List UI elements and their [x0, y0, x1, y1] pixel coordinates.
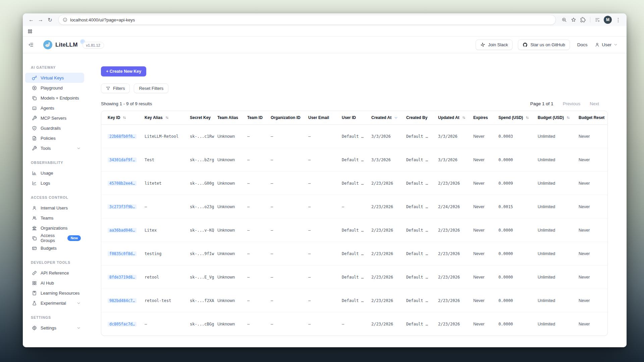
column-header[interactable]: Key ID	[108, 115, 145, 120]
sidebar-item[interactable]: MCP Servers	[25, 113, 84, 123]
table-row: aa36bad046… Litex sk-...v-KQ Unknown – –…	[101, 218, 607, 242]
user-menu[interactable]: User	[595, 42, 618, 47]
sort-icon[interactable]	[165, 116, 169, 120]
sidebar-item[interactable]: Policies	[25, 133, 84, 143]
reload-button[interactable]: ↻	[46, 15, 54, 24]
info-icon[interactable]	[63, 17, 67, 22]
key-id-link[interactable]: dc805fac7d…	[108, 322, 137, 326]
sidebar-item-label: Virtual Keys	[41, 75, 64, 80]
sidebar-item[interactable]: Access Groups New	[25, 233, 84, 243]
sidebar-item[interactable]: Internal Users	[25, 203, 84, 213]
user-icon	[32, 205, 37, 210]
sort-icon[interactable]	[122, 116, 126, 120]
sidebar-item-label: Usage	[41, 171, 53, 176]
sidebar-collapse-icon[interactable]	[28, 42, 34, 48]
column-header[interactable]: Budget (USD)	[538, 115, 579, 120]
sidebar-item[interactable]: Organizations	[25, 223, 84, 233]
cell-secret-key: sk-...E_Vg	[190, 275, 217, 280]
key-id-link[interactable]: 982bd484c7…	[108, 298, 137, 303]
sidebar-item[interactable]: Tools	[25, 143, 84, 153]
cell-expires: Never	[473, 228, 498, 233]
sidebar-item[interactable]: Learning Resources	[25, 288, 84, 298]
sort-icon[interactable]	[394, 116, 398, 120]
sidebar-item[interactable]: Usage	[25, 168, 84, 178]
column-header[interactable]: Budget Reset	[579, 115, 607, 120]
key-id-link[interactable]: 22b68fb0f0…	[108, 134, 137, 139]
cell-created-by: Default …	[406, 181, 438, 186]
sidebar-item[interactable]: Playground	[25, 83, 84, 93]
column-header[interactable]: Secret Key	[190, 115, 217, 120]
zoom-icon[interactable]	[560, 15, 569, 24]
column-header[interactable]: Updated At	[438, 115, 473, 120]
cell-secret-key: sk-...c1Rw	[190, 134, 217, 139]
column-header[interactable]: Team ID	[247, 115, 271, 120]
play-circle-icon	[32, 85, 37, 90]
sort-icon[interactable]	[462, 116, 466, 120]
column-header[interactable]: Expires	[473, 115, 498, 120]
sort-icon[interactable]	[566, 116, 570, 120]
key-id-link[interactable]: f0835c0f8d…	[108, 251, 137, 256]
next-button[interactable]: Next	[590, 101, 599, 106]
cell-spend: 0.0015	[498, 204, 538, 209]
sidebar-item[interactable]: Teams	[25, 213, 84, 223]
column-header[interactable]: Key Alias	[145, 115, 190, 120]
bookmark-star-icon[interactable]	[569, 15, 578, 24]
key-id-link[interactable]: aa36bad046…	[108, 228, 137, 233]
page-info: Page 1 of 1	[530, 101, 553, 106]
budgets-icon	[32, 246, 37, 251]
sidebar-item[interactable]: AI Hub	[25, 278, 84, 288]
sidebar-item[interactable]: Experimental	[25, 298, 84, 308]
extensions-icon[interactable]	[579, 15, 587, 24]
cell-created-by: Default …	[406, 158, 438, 162]
browser-menu-icon[interactable]: ⋮	[614, 15, 623, 24]
sidebar-section: AI GATEWAY Virtual Keys	[23, 65, 87, 153]
side-panel-icon[interactable]	[593, 15, 602, 24]
cell-team-id: –	[247, 275, 271, 280]
previous-button[interactable]: Previous	[563, 101, 581, 106]
column-header[interactable]: User ID	[342, 115, 371, 120]
key-id-link[interactable]: 3c273f3f9b…	[108, 204, 137, 209]
github-star-button[interactable]: Star us on GitHub	[518, 40, 570, 50]
table-row: 982bd484c7… retool-test sk-...f2XA Unkno…	[101, 289, 607, 312]
cell-created-at: 2/23/2026	[371, 228, 406, 233]
sidebar-item[interactable]: API Reference	[25, 268, 84, 278]
sidebar-item[interactable]: Virtual Keys	[25, 73, 84, 83]
agents-icon	[32, 106, 37, 111]
sidebar-item[interactable]: Models + Endpoints	[25, 93, 84, 103]
docs-link[interactable]: Docs	[577, 42, 588, 47]
profile-avatar[interactable]: M	[604, 16, 612, 24]
reset-filters-button[interactable]: Reset Filters	[134, 83, 168, 93]
column-header[interactable]: Created At	[371, 115, 406, 120]
address-bar[interactable]: localhost:4000/ui/?page=api-keys	[58, 15, 556, 25]
key-id-link[interactable]: 34301daf9f…	[108, 158, 137, 162]
sidebar-item[interactable]: Settings	[25, 323, 84, 333]
cell-secret-key: sk-...cBGg	[190, 322, 217, 326]
apps-grid-icon[interactable]	[28, 29, 33, 34]
cell-secret-key: sk-...bZrg	[190, 158, 217, 162]
cell-team-id: –	[247, 158, 271, 162]
column-header[interactable]: Spend (USD)	[498, 115, 538, 120]
column-header[interactable]: Organization ID	[271, 115, 308, 120]
cell-created-by: Default …	[406, 134, 438, 139]
sidebar-item[interactable]: Logs	[25, 178, 84, 188]
sort-icon[interactable]	[525, 116, 529, 120]
sidebar-item[interactable]: Guardrails	[25, 123, 84, 133]
wrench-icon	[32, 116, 37, 121]
create-new-key-button[interactable]: + Create New Key	[101, 66, 146, 76]
column-header[interactable]: Team Alias	[217, 115, 247, 120]
api-link-icon	[32, 270, 37, 276]
cell-key-alias: Litex	[145, 228, 190, 233]
key-id-link[interactable]: 8fde3719d8…	[108, 275, 137, 280]
sidebar-item[interactable]: Agents	[25, 103, 84, 113]
column-header[interactable]: Created By	[406, 115, 438, 120]
column-header[interactable]: User Email	[308, 115, 342, 120]
filters-button[interactable]: Filters	[101, 83, 130, 93]
cell-spend: 0.0000	[498, 275, 538, 280]
forward-button[interactable]: →	[36, 15, 45, 24]
join-slack-button[interactable]: Join Slack	[476, 40, 513, 50]
cell-budget-reset: Never	[579, 251, 607, 256]
filters-label: Filters	[113, 86, 125, 91]
back-button[interactable]: ←	[27, 15, 36, 24]
sidebar-item[interactable]: Budgets	[25, 243, 84, 253]
key-id-link[interactable]: 45708b2ee4…	[108, 181, 137, 186]
